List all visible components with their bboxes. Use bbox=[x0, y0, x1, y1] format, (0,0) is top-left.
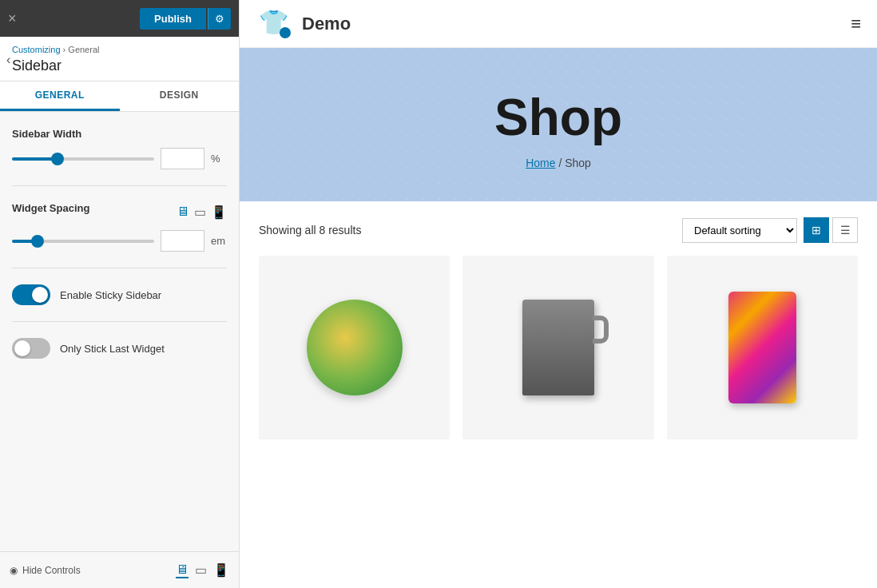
grid-view-button[interactable]: ⊞ bbox=[804, 217, 829, 243]
widget-spacing-label: Widget Spacing bbox=[12, 202, 89, 214]
publish-group: Publish ⚙ bbox=[140, 8, 231, 30]
product-grid bbox=[259, 256, 858, 439]
only-stick-last-row: Only Stick Last Widget bbox=[12, 338, 227, 359]
hero-breadcrumb-sep: / bbox=[558, 157, 565, 169]
site-logo-area: 👕 Demo bbox=[256, 5, 351, 43]
sort-group: Default sorting Sort by popularity Sort … bbox=[682, 217, 858, 243]
widget-spacing-slider[interactable] bbox=[12, 240, 154, 243]
only-stick-last-label: Only Stick Last Widget bbox=[60, 343, 165, 355]
desktop-icon[interactable]: 🖥 bbox=[177, 205, 189, 220]
bottom-bar: ◉ Hide Controls 🖥 ▭ 📱 bbox=[0, 551, 239, 588]
panel-header: ‹ Customizing › General Sidebar bbox=[0, 37, 239, 81]
device-icon-group: 🖥 ▭ 📱 bbox=[177, 205, 227, 220]
site-name: Demo bbox=[302, 14, 351, 34]
widget-spacing-input[interactable]: 1.5 bbox=[161, 230, 204, 252]
close-button[interactable]: × bbox=[8, 11, 17, 26]
enable-sticky-label: Enable Sticky Sidebar bbox=[60, 289, 161, 301]
sidebar-width-section: Sidebar Width % bbox=[12, 128, 227, 169]
bottom-tablet-icon[interactable]: ▭ bbox=[195, 562, 207, 578]
hide-controls-button[interactable]: ◉ Hide Controls bbox=[10, 565, 81, 576]
widget-spacing-unit: em bbox=[211, 235, 227, 247]
bottom-mobile-icon[interactable]: 📱 bbox=[213, 562, 229, 578]
widget-spacing-section: Widget Spacing 🖥 ▭ 📱 1.5 em bbox=[12, 202, 227, 252]
preview-nav: 👕 Demo ≡ bbox=[240, 0, 877, 48]
hero-title: Shop bbox=[256, 88, 861, 147]
site-logo: 👕 bbox=[256, 5, 294, 43]
product-image-2 bbox=[522, 300, 594, 395]
sidebar-width-unit: % bbox=[211, 153, 227, 165]
product-card-3[interactable] bbox=[667, 256, 858, 439]
enable-sticky-row: Enable Sticky Sidebar bbox=[12, 284, 227, 305]
breadcrumb: Customizing › General bbox=[12, 45, 227, 54]
sort-select[interactable]: Default sorting Sort by popularity Sort … bbox=[682, 218, 797, 243]
hide-controls-label: Hide Controls bbox=[22, 565, 81, 576]
product-card-1[interactable] bbox=[259, 256, 450, 439]
product-card-2-inner bbox=[462, 256, 653, 439]
preview-hero: Shop Home / Shop bbox=[240, 48, 877, 201]
sidebar-width-slider[interactable] bbox=[12, 157, 154, 161]
breadcrumb-home-link[interactable]: Home bbox=[526, 157, 555, 169]
product-card-3-inner bbox=[667, 256, 858, 439]
panel-title: Sidebar bbox=[12, 58, 227, 74]
widget-spacing-control: 1.5 em bbox=[12, 230, 227, 252]
divider-3 bbox=[12, 321, 227, 322]
back-button[interactable]: ‹ bbox=[0, 45, 17, 75]
enable-sticky-toggle[interactable] bbox=[12, 284, 50, 305]
bottom-device-icons: 🖥 ▭ 📱 bbox=[176, 562, 229, 578]
product-card-1-inner bbox=[259, 256, 450, 439]
hero-breadcrumb-current: Shop bbox=[565, 157, 591, 169]
product-image-1 bbox=[307, 300, 403, 395]
preview-shop: Showing all 8 results Default sorting So… bbox=[240, 201, 877, 588]
publish-settings-button[interactable]: ⚙ bbox=[208, 8, 231, 30]
widget-spacing-header: Widget Spacing 🖥 ▭ 📱 bbox=[12, 202, 227, 222]
customizer-panel: × Publish ⚙ ‹ Customizing › General Side… bbox=[0, 0, 240, 588]
view-icons: ⊞ ☰ bbox=[804, 217, 858, 243]
divider-2 bbox=[12, 268, 227, 268]
product-card-2[interactable] bbox=[462, 256, 653, 439]
sidebar-width-label: Sidebar Width bbox=[12, 128, 227, 140]
results-text: Showing all 8 results bbox=[259, 224, 361, 236]
publish-button[interactable]: Publish bbox=[140, 8, 206, 30]
preview-panel: 👕 Demo ≡ Shop Home / Shop Showing all 8 … bbox=[240, 0, 877, 588]
tab-general[interactable]: GENERAL bbox=[0, 81, 120, 111]
sidebar-width-control: % bbox=[12, 148, 227, 169]
breadcrumb-sep: › bbox=[63, 45, 66, 54]
sidebar-width-input[interactable] bbox=[161, 148, 204, 169]
product-image-3 bbox=[728, 292, 796, 403]
mug-handle bbox=[593, 316, 609, 344]
hero-breadcrumb: Home / Shop bbox=[256, 157, 861, 169]
list-view-button[interactable]: ☰ bbox=[832, 217, 858, 243]
eye-icon: ◉ bbox=[10, 565, 18, 576]
breadcrumb-general: General bbox=[68, 45, 99, 54]
hamburger-button[interactable]: ≡ bbox=[851, 14, 861, 34]
top-bar: × Publish ⚙ bbox=[0, 0, 239, 37]
mobile-icon[interactable]: 📱 bbox=[211, 205, 227, 220]
panel-content: Sidebar Width % Widget Spacing 🖥 ▭ 📱 1.5 bbox=[0, 112, 239, 551]
tablet-icon[interactable]: ▭ bbox=[194, 205, 206, 220]
tab-design[interactable]: DESIGN bbox=[120, 81, 240, 111]
only-stick-last-toggle[interactable] bbox=[12, 338, 50, 359]
breadcrumb-customizing[interactable]: Customizing bbox=[12, 45, 61, 54]
shop-controls: Showing all 8 results Default sorting So… bbox=[259, 217, 858, 243]
tabs-bar: GENERAL DESIGN bbox=[0, 81, 239, 112]
bottom-desktop-icon[interactable]: 🖥 bbox=[176, 562, 188, 578]
logo-dot bbox=[280, 27, 291, 38]
divider-1 bbox=[12, 185, 227, 186]
